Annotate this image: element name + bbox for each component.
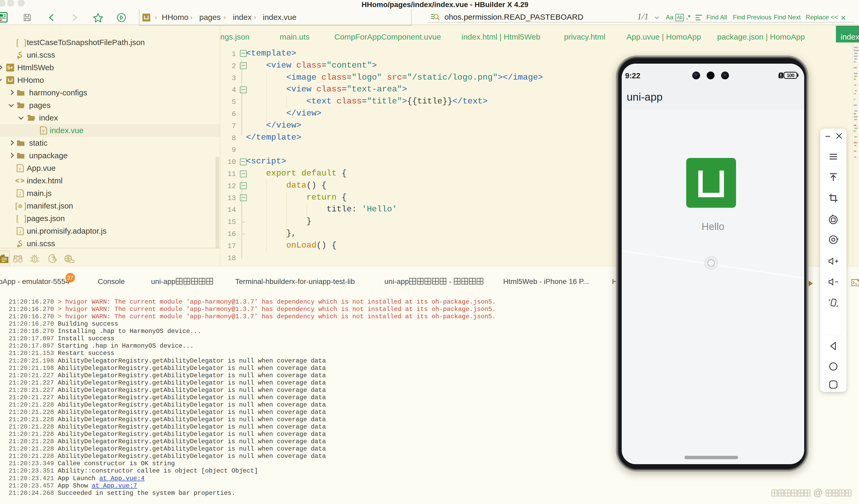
svg-text:V: V [42,129,45,133]
svg-text:J: J [19,192,21,196]
svg-text:V: V [19,166,21,171]
svg-text:J: J [19,230,21,234]
